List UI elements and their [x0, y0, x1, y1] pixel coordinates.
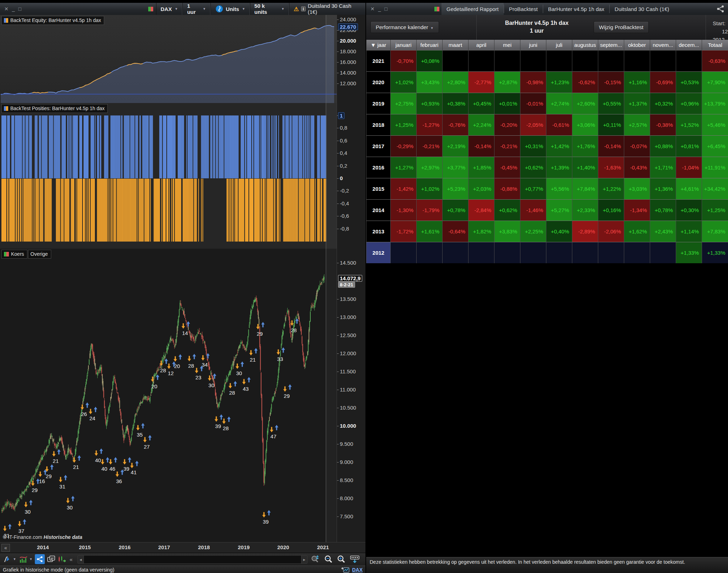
- share-tool-icon[interactable]: [35, 554, 45, 564]
- calendar-total-2020[interactable]: +7,90%: [702, 72, 728, 93]
- calendar-cell[interactable]: +0,38%: [443, 93, 469, 114]
- warning-icon[interactable]: ⚠: [294, 6, 299, 12]
- share-icon[interactable]: [717, 5, 724, 13]
- calendar-cell[interactable]: +1,36%: [650, 178, 676, 200]
- calendar-cell[interactable]: +1,39%: [546, 157, 572, 178]
- calendar-cell[interactable]: +0,55%: [598, 93, 624, 114]
- calendar-cell[interactable]: +0,93%: [417, 93, 443, 114]
- calendar-cell[interactable]: +1,27%: [391, 157, 417, 178]
- calendar-cell[interactable]: +1,37%: [624, 93, 650, 114]
- calendar-cell[interactable]: [676, 50, 702, 72]
- calendar-cell[interactable]: [520, 242, 546, 264]
- equity-axis[interactable]: 24.00022.00020.00018.00016.00014.00012.0…: [337, 15, 365, 103]
- calendar-column-juni[interactable]: juni: [520, 40, 546, 50]
- report-tab-2[interactable]: ProBacktest: [504, 3, 543, 15]
- calendar-year-2014[interactable]: 2014: [366, 200, 391, 221]
- maximize-icon[interactable]: □: [18, 6, 21, 12]
- zoom-in-icon[interactable]: [336, 554, 346, 564]
- calendar-cell[interactable]: +2,75%: [391, 93, 417, 114]
- calendar-cell[interactable]: -0,70%: [391, 50, 417, 72]
- calendar-cell[interactable]: +0,88%: [650, 136, 676, 157]
- calendar-cell[interactable]: +1,33%: [676, 242, 702, 264]
- calendar-cell[interactable]: +0,96%: [676, 93, 702, 114]
- calendar-cell[interactable]: [598, 50, 624, 72]
- price-axis[interactable]: 14.50013.50013.00012.50012.00011.50011.0…: [337, 249, 365, 542]
- keyboard-icon[interactable]: [350, 554, 360, 564]
- calendar-cell[interactable]: +1,85%: [469, 157, 494, 178]
- calendar-total-2017[interactable]: +6,45%: [702, 136, 728, 157]
- windows-layout-icon[interactable]: [46, 554, 56, 564]
- calendar-cell[interactable]: +2,87%: [494, 72, 520, 93]
- units-dropdown[interactable]: Units▼: [210, 3, 250, 15]
- calendar-column-septem[interactable]: septem...: [598, 40, 624, 50]
- calendar-cell[interactable]: +4,61%: [676, 178, 702, 200]
- info-icon[interactable]: i: [301, 6, 306, 11]
- calendar-column-augustus[interactable]: augustus: [572, 40, 598, 50]
- calendar-cell[interactable]: +1,82%: [469, 221, 494, 242]
- calendar-cell[interactable]: [469, 50, 494, 72]
- calendar-cell[interactable]: +2,33%: [572, 200, 598, 221]
- calendar-cell[interactable]: +1,42%: [546, 136, 572, 157]
- calendar-cell[interactable]: +0,31%: [520, 136, 546, 157]
- calendar-column-januari[interactable]: januari: [391, 40, 417, 50]
- equity-panel-label[interactable]: BackTest Equity: BarHunter v4.5p 1h dax: [1, 16, 104, 25]
- calendar-cell[interactable]: [650, 242, 676, 264]
- calendar-cell[interactable]: [572, 242, 598, 264]
- calendar-cell[interactable]: -2,89%: [572, 221, 598, 242]
- calendar-year-2016[interactable]: 2016: [366, 157, 391, 178]
- zoom-out-icon[interactable]: [323, 554, 333, 564]
- calendar-cell[interactable]: [624, 50, 650, 72]
- calendar-cell[interactable]: -1,42%: [391, 178, 417, 200]
- draw-tool-icon[interactable]: [2, 554, 12, 564]
- calendar-cell[interactable]: +0,40%: [546, 221, 572, 242]
- calendar-cell[interactable]: +3,77%: [443, 157, 469, 178]
- calendar-cell[interactable]: +0,53%: [676, 72, 702, 93]
- calendar-cell[interactable]: +0,62%: [520, 157, 546, 178]
- calendar-cell[interactable]: +2,24%: [469, 114, 494, 136]
- calendar-cell[interactable]: +5,23%: [443, 178, 469, 200]
- calendar-column-juli[interactable]: juli: [546, 40, 572, 50]
- quantity-dropdown[interactable]: 50 k units▼: [250, 3, 289, 15]
- equity-chart[interactable]: [0, 15, 337, 103]
- calendar-cell[interactable]: -2,84%: [469, 200, 494, 221]
- calendar-cell[interactable]: +1,76%: [572, 136, 598, 157]
- symbol-dropdown[interactable]: DAX▼: [156, 3, 183, 15]
- calendar-cell[interactable]: +0,01%: [494, 93, 520, 114]
- collapse-toolbar-icon[interactable]: «: [68, 554, 74, 564]
- calendar-cell[interactable]: -0,61%: [546, 114, 572, 136]
- positions-axis[interactable]: 10,80,60,40,20-0,2-0,4-0,6-0,8 1: [337, 103, 365, 249]
- calendar-cell[interactable]: [572, 50, 598, 72]
- calendar-column-februari[interactable]: februari: [417, 40, 443, 50]
- calendar-cell[interactable]: +0,11%: [598, 114, 624, 136]
- calendar-cell[interactable]: +2,97%: [417, 157, 443, 178]
- scroll-right-button[interactable]: ►: [301, 556, 307, 563]
- calendar-total-2016[interactable]: +11,91%: [702, 157, 728, 178]
- indicator-icon[interactable]: [18, 554, 28, 564]
- calendar-cell[interactable]: +2,57%: [624, 114, 650, 136]
- calendar-cell[interactable]: +2,03%: [469, 178, 494, 200]
- calendar-cell[interactable]: +1,22%: [598, 178, 624, 200]
- calendar-total-2015[interactable]: +34,42%: [702, 178, 728, 200]
- close-icon[interactable]: ✕: [370, 6, 375, 12]
- calendar-total-2012[interactable]: +1,33%: [702, 242, 728, 264]
- calendar-cell[interactable]: +7,84%: [572, 178, 598, 200]
- calendar-year-2020[interactable]: 2020: [366, 72, 391, 93]
- calendar-cell[interactable]: -0,21%: [494, 136, 520, 157]
- calendar-cell[interactable]: -1,04%: [676, 157, 702, 178]
- calendar-cell[interactable]: [494, 242, 520, 264]
- calendar-total-2014[interactable]: +1,25%: [702, 200, 728, 221]
- calendar-cell[interactable]: -0,15%: [598, 72, 624, 93]
- calendar-cell[interactable]: -0,64%: [443, 221, 469, 242]
- calendar-cell[interactable]: +1,62%: [624, 221, 650, 242]
- calendar-cell[interactable]: +0,62%: [494, 200, 520, 221]
- maximize-icon[interactable]: □: [385, 6, 387, 12]
- calendar-cell[interactable]: -1,46%: [520, 200, 546, 221]
- calendar-cell[interactable]: -0,69%: [650, 72, 676, 93]
- close-icon[interactable]: ✕: [4, 6, 9, 12]
- calendar-total-2021[interactable]: -0,63%: [702, 50, 728, 72]
- calendar-cell[interactable]: +2,43%: [650, 221, 676, 242]
- calendar-cell[interactable]: -1,27%: [417, 114, 443, 136]
- calendar-cell[interactable]: [650, 50, 676, 72]
- calendar-cell[interactable]: +3,83%: [494, 221, 520, 242]
- calendar-cell[interactable]: -0,14%: [598, 136, 624, 157]
